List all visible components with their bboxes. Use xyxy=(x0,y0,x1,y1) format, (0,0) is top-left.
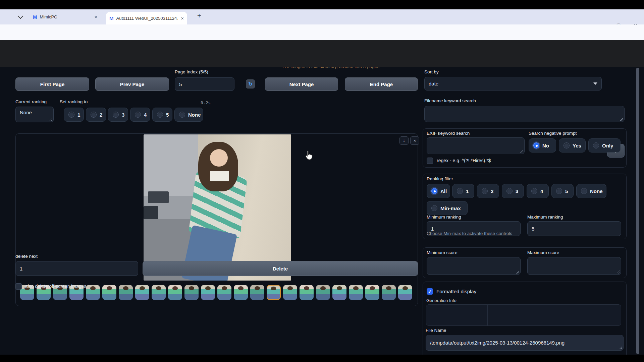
ranking-filter-all[interactable]: All xyxy=(427,184,450,198)
filename-search-input[interactable] xyxy=(424,106,625,122)
negative-prompt-label: Search negative prompt xyxy=(529,131,577,136)
ranking-filter-2[interactable]: 2 xyxy=(477,184,499,198)
thumbnail-18[interactable] xyxy=(300,285,314,300)
vertical-scrollbar[interactable] xyxy=(636,68,639,354)
set-ranking-option-5[interactable]: 5 xyxy=(152,108,172,122)
directory-info-text: 175 images in this directory, divided in… xyxy=(282,67,379,69)
thumbnail-9[interactable] xyxy=(152,285,166,300)
resize-grip-icon[interactable] xyxy=(516,270,519,274)
set-ranking-option-1[interactable]: 1 xyxy=(64,108,84,122)
generation-info-label: Generation Info xyxy=(426,298,457,303)
tab-auto1111[interactable]: M Auto1111 WebUI_202503111247 × xyxy=(106,12,187,24)
thumbnail-6[interactable] xyxy=(102,285,116,300)
ranking-filter-none[interactable]: None xyxy=(576,184,606,198)
cursor-hand-icon xyxy=(304,150,314,162)
radio-icon xyxy=(68,112,74,118)
negative-prompt-option-yes[interactable]: Yes xyxy=(559,138,586,153)
radio-icon xyxy=(593,142,599,148)
thumbnail-22[interactable] xyxy=(365,285,379,300)
thumbnail-10[interactable] xyxy=(168,285,182,300)
file-name-input[interactable]: /tempdata/output/txt2img/2025-03-13/0012… xyxy=(426,335,624,351)
resize-grip-icon[interactable] xyxy=(616,270,620,274)
current-ranking-value[interactable]: None xyxy=(15,107,54,122)
next-page-button[interactable]: Next Page xyxy=(265,77,338,91)
ranking-filter-5[interactable]: 5 xyxy=(551,184,574,198)
radio-icon xyxy=(431,205,437,211)
tab-search-chevron-icon[interactable] xyxy=(18,13,23,19)
set-ranking-option-3[interactable]: 3 xyxy=(108,108,128,122)
tab-close-icon[interactable]: × xyxy=(181,15,184,21)
download-icon: ↓ xyxy=(402,138,406,143)
delete-next-label: delete next xyxy=(15,254,38,259)
window-top-bar xyxy=(0,0,644,9)
ranking-filter-minmax[interactable]: Min-max xyxy=(427,201,468,215)
exif-search-input[interactable] xyxy=(427,137,525,154)
minimum-score-label: Minimum score xyxy=(427,250,458,255)
thumbnail-5[interactable] xyxy=(86,285,100,300)
sort-by-dropdown[interactable]: date xyxy=(424,77,602,90)
formatted-display-label: Formatted display xyxy=(436,289,476,294)
new-tab-button[interactable]: + xyxy=(197,12,201,20)
maximum-score-input[interactable] xyxy=(527,257,621,275)
ranking-filter-3[interactable]: 3 xyxy=(502,184,524,198)
close-icon: × xyxy=(414,138,416,143)
radio-icon xyxy=(179,112,185,118)
thumbnail-14[interactable] xyxy=(234,285,248,300)
radio-icon xyxy=(506,188,513,194)
first-page-button[interactable]: First Page xyxy=(15,77,89,91)
page-index-input[interactable] xyxy=(175,77,234,91)
maximum-ranking-label: Maximum ranking xyxy=(527,215,563,220)
download-image-button[interactable]: ↓ xyxy=(399,136,409,145)
end-page-button[interactable]: End Page xyxy=(345,77,418,91)
preview-image[interactable] xyxy=(144,134,291,281)
resize-grip-icon[interactable] xyxy=(619,346,622,349)
resize-grip-icon[interactable] xyxy=(49,118,52,121)
window-bottom-bar xyxy=(0,355,644,362)
timing-indicator: 0.2s xyxy=(201,100,211,105)
resize-grip-icon[interactable] xyxy=(520,149,523,153)
ranking-filter-1[interactable]: 1 xyxy=(452,184,474,198)
radio-icon xyxy=(91,112,97,118)
delete-offscreen-checkbox[interactable] xyxy=(15,283,22,290)
minimum-score-input[interactable] xyxy=(427,257,521,275)
resize-grip-icon[interactable] xyxy=(620,117,623,121)
negative-prompt-option-no[interactable]: No xyxy=(529,138,556,153)
thumbnail-16[interactable] xyxy=(267,285,281,300)
thumbnail-13[interactable] xyxy=(217,285,231,300)
negative-prompt-option-only[interactable]: Only xyxy=(588,138,621,153)
radio-icon xyxy=(157,112,163,118)
maximum-ranking-input[interactable] xyxy=(527,221,621,236)
ranking-filter-4[interactable]: 4 xyxy=(527,184,549,198)
regex-checkbox[interactable] xyxy=(427,158,433,164)
set-ranking-option-none[interactable]: None xyxy=(174,108,203,122)
generation-info-divider xyxy=(487,305,488,325)
close-preview-button[interactable]: × xyxy=(410,136,419,145)
prev-page-button[interactable]: Prev Page xyxy=(95,77,169,91)
generation-info-box xyxy=(426,304,621,326)
tab-mimicpc[interactable]: M MimicPC × xyxy=(29,9,101,24)
refresh-page-button[interactable]: ↻ xyxy=(246,79,255,88)
thumbnail-11[interactable] xyxy=(184,285,199,300)
thumbnail-8[interactable] xyxy=(135,285,149,300)
exif-search-label: EXIF keyword search xyxy=(427,131,470,136)
tab-strip: M MimicPC × M Auto1111 WebUI_20250311124… xyxy=(0,9,644,24)
thumbnail-15[interactable] xyxy=(250,285,264,300)
formatted-display-checkbox[interactable]: ✓ xyxy=(427,288,433,295)
delete-count-input[interactable] xyxy=(15,261,138,276)
thumbnail-19[interactable] xyxy=(316,285,330,300)
thumbnail-23[interactable] xyxy=(382,285,396,300)
app-header: Auto1111 WebUI_202503111247 Auto1111 Web… xyxy=(0,40,644,67)
thumbnail-21[interactable] xyxy=(349,285,363,300)
set-ranking-option-2[interactable]: 2 xyxy=(86,108,106,122)
set-ranking-option-4[interactable]: 4 xyxy=(130,108,150,122)
thumbnail-24[interactable] xyxy=(398,285,412,300)
tab-close-icon[interactable]: × xyxy=(94,14,97,20)
thumbnail-20[interactable] xyxy=(332,285,346,300)
maximum-score-label: Maximum score xyxy=(527,250,559,255)
mimicpc-favicon-icon: M xyxy=(33,14,37,20)
thumbnail-7[interactable] xyxy=(119,285,133,300)
delete-button[interactable]: Delete xyxy=(143,261,418,276)
thumbnail-17[interactable] xyxy=(283,285,297,300)
radio-icon xyxy=(431,188,437,194)
thumbnail-12[interactable] xyxy=(201,285,215,300)
